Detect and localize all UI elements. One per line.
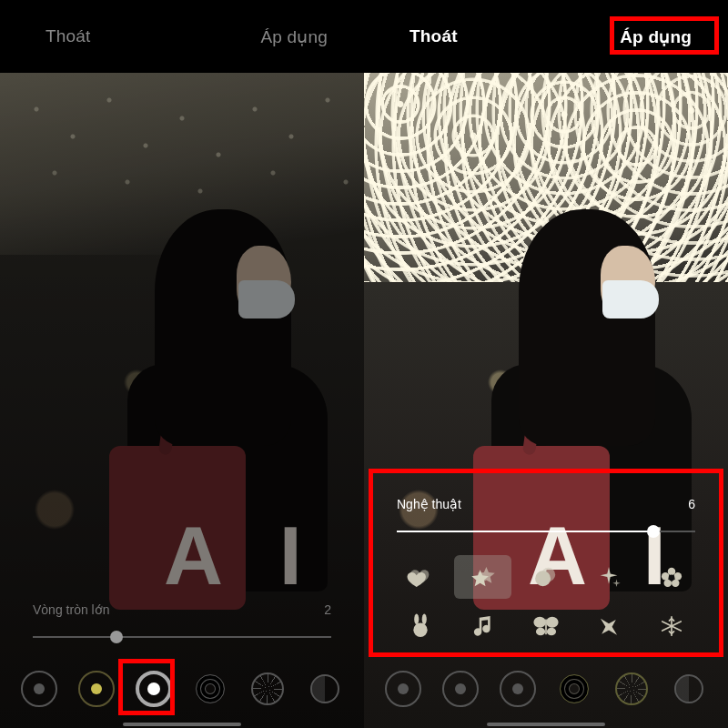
lens-solid-dot[interactable] [385,671,421,707]
svg-point-2 [668,568,676,576]
shape-heart[interactable] [391,555,449,599]
lens-selector [0,657,364,721]
shape-airplane[interactable] [581,604,638,648]
shape-butterfly[interactable] [517,604,574,648]
apply-button[interactable]: Áp dụng [620,26,692,47]
svg-rect-15 [545,619,547,634]
svg-point-10 [413,623,427,637]
lens-concentric[interactable] [192,671,228,707]
editor-pane-after: Thoát Áp dụng A I Nghệ thuật 6 [364,0,728,728]
shape-circle[interactable] [517,555,574,599]
top-bar: Thoát Áp dụng [0,0,364,73]
lens-yellow-dot[interactable] [442,671,479,707]
slider-value: 6 [688,497,695,511]
lens-yellow-dot[interactable] [78,671,115,707]
exit-button[interactable]: Thoát [410,26,458,46]
svg-point-7 [669,574,675,581]
lens-half[interactable] [671,671,707,707]
lens-spokes[interactable] [613,671,650,707]
shape-sparkle[interactable] [581,555,638,599]
lens-concentric[interactable] [556,671,592,707]
slider-value: 2 [324,602,331,617]
effect-controls: Nghệ thuật 6 [373,497,719,648]
slider-controls: Vòng tròn lớn 2 [9,602,355,648]
lens-spokes[interactable] [249,671,286,707]
home-indicator [123,723,241,726]
slider-label: Nghệ thuật [397,497,461,511]
slider-label: Vòng tròn lớn [33,602,110,617]
exit-button[interactable]: Thoát [46,26,91,46]
svg-point-3 [674,572,682,581]
apply-button[interactable]: Áp dụng [260,26,328,47]
svg-point-8 [414,613,419,624]
lens-white-dot[interactable] [136,671,172,707]
svg-point-6 [662,572,670,581]
editor-pane-before: Thoát Áp dụng A I Vòng tròn lớn 2 [0,0,364,728]
lens-solid-dot[interactable] [21,671,57,707]
lens-selector [364,657,728,721]
svg-point-14 [547,628,556,636]
slider-thumb[interactable] [110,631,123,643]
svg-point-13 [536,628,545,636]
shape-picker [391,555,701,648]
slider-track[interactable] [33,626,331,648]
svg-point-12 [546,617,559,628]
svg-point-11 [533,617,546,628]
lens-white-dot-dim[interactable] [500,671,536,707]
shape-music-note[interactable] [454,604,511,648]
slider-thumb[interactable] [647,525,660,538]
lens-half[interactable] [307,671,343,707]
top-bar: Thoát Áp dụng [364,0,728,73]
home-indicator [487,723,605,726]
shape-bunny[interactable] [391,604,449,648]
shape-flower[interactable] [643,555,701,599]
slider-track[interactable] [397,521,695,542]
shape-star[interactable] [454,555,511,599]
shape-snowflake[interactable] [643,604,701,648]
svg-point-1 [535,571,551,586]
svg-point-9 [421,613,426,624]
